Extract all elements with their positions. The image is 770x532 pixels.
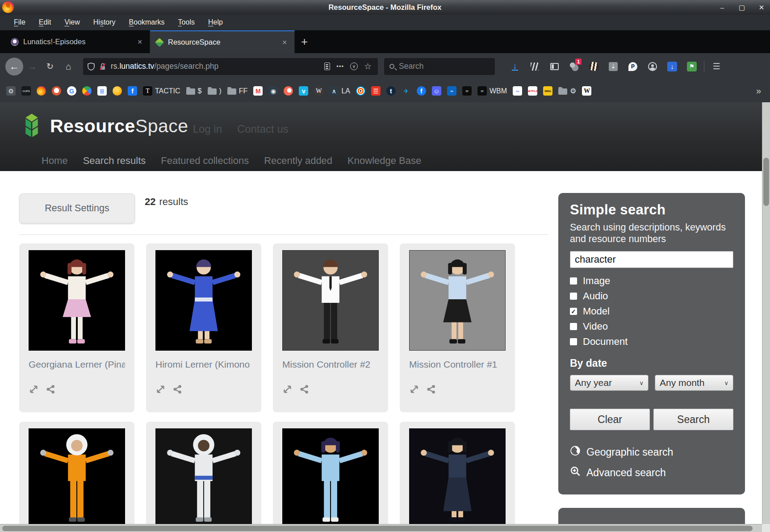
brand-title[interactable]: ResourceSpace (50, 116, 188, 137)
yellow-mascot-bookmark[interactable] (113, 86, 122, 96)
horizontal-scrollbar-thumb[interactable] (2, 526, 753, 531)
home-button[interactable]: ⌂ (59, 61, 78, 72)
result-thumbnail[interactable] (155, 428, 252, 529)
menu-tools[interactable]: Tools (172, 18, 201, 26)
expand-icon[interactable] (282, 384, 293, 396)
menu-file[interactable]: File (7, 18, 32, 26)
dark-app-bookmark[interactable]: ◉ (268, 86, 278, 96)
pinboard-button[interactable]: P (625, 59, 640, 75)
settings-gear-bookmark[interactable]: ⚙ (6, 86, 16, 96)
patreon-bookmark[interactable] (284, 86, 293, 96)
reload-button[interactable]: ↻ (41, 61, 59, 71)
share-icon[interactable] (172, 384, 183, 396)
internet-archive-bookmark[interactable]: III (462, 86, 472, 96)
facebook-round-bookmark[interactable]: f (417, 86, 426, 96)
folder-paren-bookmark[interactable]: ) (208, 87, 222, 95)
minimize-button[interactable]: – (718, 4, 726, 11)
nav-item-featured-collections[interactable]: Featured collections (161, 155, 249, 167)
folder-dollar-bookmark[interactable]: $ (186, 87, 202, 95)
extension-button[interactable]: 1 (566, 59, 582, 75)
tab-resourcespace[interactable]: ResourceSpace✕ (150, 30, 295, 53)
advanced-search-link[interactable]: Advanced search (570, 466, 733, 479)
result-title[interactable]: Georgiana Lerner (Pina (29, 359, 125, 370)
search-input[interactable]: Search (384, 58, 495, 75)
share-icon[interactable] (299, 384, 310, 396)
result-thumbnail[interactable] (282, 428, 379, 529)
wikipedia-bookmark[interactable]: W (582, 86, 591, 96)
resourcespace-logo-icon[interactable] (20, 113, 44, 139)
tumblr-bookmark[interactable]: t (386, 86, 396, 96)
bookmarks-overflow-chevron-icon[interactable]: » (756, 86, 764, 96)
gmail-bookmark[interactable]: M (253, 86, 263, 96)
la-bookmark[interactable]: ∧LA (329, 86, 350, 96)
url-text[interactable]: rs.lunatics.tv/pages/search.php (111, 62, 320, 71)
privacy-badger-button[interactable] (586, 59, 601, 75)
result-thumbnail[interactable] (409, 250, 506, 351)
sidebar-toggle-button[interactable] (547, 59, 562, 75)
back-button[interactable]: ← (5, 58, 23, 75)
search-button[interactable]: Search (653, 409, 733, 430)
new-tab-button[interactable]: + (295, 35, 314, 49)
gray-extension-button[interactable]: ⇣ (606, 59, 621, 75)
google-news-bookmark[interactable]: ≣ (97, 86, 107, 96)
google-bookmark[interactable]: G (67, 86, 76, 96)
menu-history[interactable]: History (87, 18, 122, 26)
page-actions-icon[interactable]: ••• (335, 63, 346, 70)
expand-icon[interactable] (409, 384, 419, 396)
downloader-extension-button[interactable]: ↓ (665, 59, 680, 75)
result-title[interactable]: Mission Controller #2 (282, 359, 379, 370)
netflix-bookmark[interactable]: NETFLIX (528, 86, 537, 96)
url-bar[interactable]: rs.lunatics.tv/pages/search.php ••• ∨ ☆ (83, 58, 378, 75)
bookmarks-extension-button[interactable]: ⚑ (684, 59, 699, 75)
reader-mode-icon[interactable] (324, 63, 330, 70)
expand-icon[interactable] (29, 384, 39, 396)
menu-edit[interactable]: Edit (32, 18, 58, 26)
share-icon[interactable] (426, 384, 436, 396)
menu-help[interactable]: Help (201, 18, 230, 26)
result-thumbnail[interactable] (282, 250, 379, 351)
expand-icon[interactable] (155, 384, 166, 396)
discord-bookmark[interactable]: ☺ (432, 86, 441, 96)
vimeo-bookmark[interactable]: v (299, 86, 308, 96)
firefox-bookmark[interactable] (37, 86, 46, 96)
wayback-machine-bookmark[interactable]: IIIWBM (477, 86, 507, 96)
simple-search-query-input[interactable] (570, 251, 733, 268)
checkbox-document[interactable] (570, 338, 577, 345)
tab-close-icon[interactable]: ✕ (135, 38, 144, 46)
folder-ff-bookmark[interactable]: FF (227, 87, 248, 95)
tracking-shield-icon[interactable] (88, 63, 95, 71)
checkbox-video[interactable] (570, 323, 577, 330)
oc-bookmark[interactable]: oc (513, 86, 522, 96)
menu-bookmarks[interactable]: Bookmarks (122, 18, 172, 26)
checkbox-image[interactable] (570, 277, 577, 285)
clear-button[interactable]: Clear (570, 409, 650, 430)
year-select[interactable]: Any year ∨ (570, 375, 649, 391)
checkbox-model[interactable]: ✓ (570, 308, 577, 315)
header-link-log-in[interactable]: Log in (193, 123, 222, 135)
imdb-bookmark[interactable]: IMDb (543, 86, 552, 96)
cups-bookmark[interactable]: CUPS (21, 86, 31, 96)
vertical-scrollbar-thumb[interactable] (763, 158, 769, 206)
folder-gear-bookmark[interactable]: ⚙ (558, 87, 576, 95)
tab-lunatics[interactable]: Lunatics!-Episodes✕ (5, 30, 150, 53)
nav-item-search-results[interactable]: Search results (83, 155, 146, 167)
rings-bookmark[interactable] (356, 86, 365, 96)
nav-item-knowledge-base[interactable]: Knowledge Base (347, 155, 421, 167)
account-button[interactable] (645, 59, 660, 75)
result-settings-button[interactable]: Result Settings (19, 193, 135, 223)
checkbox-audio[interactable] (570, 293, 577, 300)
horizontal-scrollbar[interactable] (0, 524, 762, 532)
google-maps-bookmark[interactable] (82, 86, 92, 96)
facebook-bookmark[interactable]: f (128, 86, 137, 96)
result-title[interactable]: Mission Controller #1 (409, 359, 506, 370)
nav-item-recently-added[interactable]: Recently added (264, 155, 332, 167)
insecure-lock-icon[interactable] (99, 63, 106, 71)
downloads-button[interactable]: ↓ (507, 59, 523, 75)
tactic-bookmark[interactable]: TTACTIC (143, 86, 180, 96)
nav-item-home[interactable]: Home (42, 155, 68, 167)
red-e-bookmark[interactable]: ☰ (371, 86, 381, 96)
app-menu-button[interactable]: ☰ (709, 59, 724, 75)
bookmark-star-icon[interactable]: ☆ (362, 61, 373, 71)
vertical-scrollbar[interactable] (762, 102, 770, 524)
geographic-search-link[interactable]: Geographic search (570, 445, 733, 459)
